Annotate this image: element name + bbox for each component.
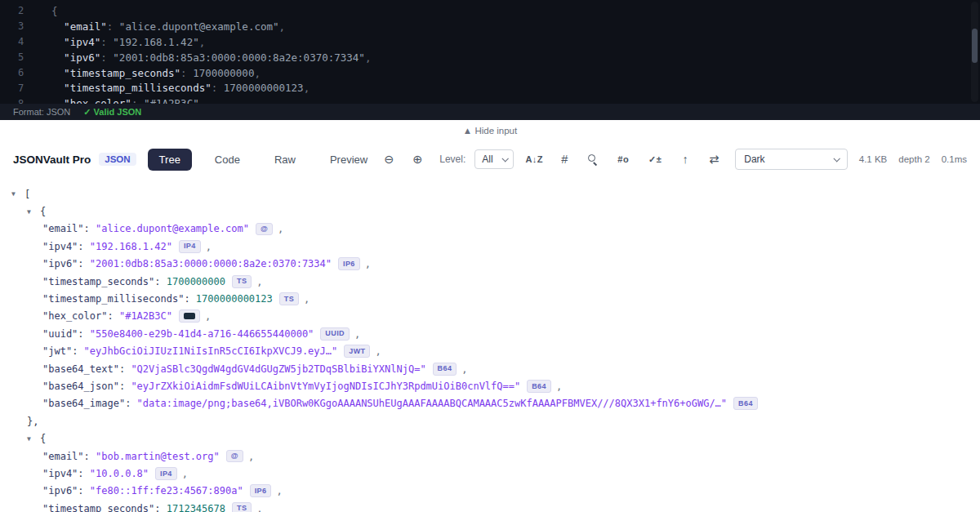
editor-scrollbar[interactable] (971, 2, 978, 102)
editor-token: , (254, 67, 261, 79)
validate-icon[interactable]: ✓± (644, 149, 666, 169)
editor-line: 7 "timestamp_milliseconds": 170000000012… (0, 80, 980, 96)
sort-az-icon[interactable]: A↓Z (523, 149, 546, 169)
tree-row: "email": "bob.martin@test.org"@, (0, 447, 980, 465)
editor-scrollbar-thumb[interactable] (972, 29, 978, 63)
editor-token: 1700000000 (193, 67, 254, 79)
status-bar: Format: JSON ✓ Valid JSON (0, 104, 980, 120)
tree-key: "ipv6" (42, 485, 78, 496)
tree-colon: : (84, 451, 96, 462)
tree-key: "base64_text" (42, 363, 119, 375)
tree-colon: : (78, 241, 89, 252)
tree-toggle-icon[interactable]: ▼ (27, 208, 40, 216)
tree-colon: : (78, 468, 89, 479)
editor-line: 2 { (0, 3, 980, 19)
tree-row: "timestamp_milliseconds": 1700000000123T… (0, 290, 980, 307)
editor-token: "timestamp_milliseconds" (39, 82, 212, 94)
tab-preview[interactable]: Preview (318, 149, 379, 171)
tree-row: "ipv4": "192.168.1.42"IP4, (0, 238, 980, 255)
color-swatch-badge (179, 309, 200, 323)
tree-row: "timestamp_seconds": 1700000000TS, (0, 273, 980, 290)
app-title: JSONVault Pro (13, 154, 91, 166)
editor-line-text: "ipv6": "2001:0db8:85a3:0000:0000:8a2e:0… (39, 51, 371, 64)
tree-key: "timestamp_seconds" (42, 503, 154, 512)
tree-comma: , (556, 381, 562, 392)
line-number: 8 (0, 98, 29, 104)
editor-token: , (304, 82, 310, 94)
size-stat: 4.1 KB (859, 154, 888, 164)
tree-key: "email" (42, 451, 84, 462)
editor-line: 6 "timestamp_seconds": 1700000000, (0, 65, 980, 81)
tree-row: "base64_text": "Q2VjaSBlc3QgdW4gdGV4dGUg… (0, 360, 980, 377)
tree-colon: : (119, 363, 131, 375)
type-badge-b64: B64 (527, 380, 551, 393)
tree-colon: : (78, 258, 89, 269)
tree-comma: , (256, 503, 262, 512)
tree-colon: : (184, 293, 195, 305)
tree-key: "base64_json" (42, 381, 119, 392)
tree-comma: , (256, 276, 262, 287)
hide-input-row: ▲ Hide input (0, 120, 980, 141)
line-number: 5 (0, 51, 29, 63)
hash-icon[interactable]: # (555, 149, 574, 169)
editor-line-text: "hex_color": "#1A2B3C", (39, 97, 205, 104)
editor-line-text: "email": "alice.dupont@example.com", (39, 20, 285, 33)
hide-input-toggle[interactable]: ▲ Hide input (463, 126, 517, 136)
editor-line-text: "timestamp_seconds": 1700000000, (39, 67, 261, 79)
editor-token: : (180, 67, 193, 79)
editor-line: 3 "email": "alice.dupont@example.com", (0, 19, 980, 34)
type-badge-at: @ (226, 450, 243, 463)
collapse-all-icon[interactable]: ⊖ (379, 149, 399, 169)
tree-key: "hex_color" (42, 310, 107, 322)
type-badge-ts: TS (279, 292, 299, 305)
tree-value-string: "bob.martin@test.org" (96, 451, 220, 462)
theme-select[interactable]: Dark (735, 149, 848, 170)
editor-line: 5 "ipv6": "2001:0db8:85a3:0000:0000:8a2e… (0, 50, 980, 65)
editor-line-text: "ipv4": "192.168.1.42", (39, 36, 205, 48)
type-badge-at: @ (256, 223, 273, 236)
editor-token: "#1A2B3C" (144, 97, 199, 104)
tab-raw[interactable]: Raw (263, 149, 307, 171)
line-number: 6 (0, 67, 29, 78)
tree-bracket: [ (24, 189, 30, 200)
tree-colon: : (78, 485, 89, 496)
tab-code[interactable]: Code (203, 149, 252, 171)
editor-token: : (131, 97, 144, 104)
editor-line-text: { (39, 5, 58, 17)
line-number: 4 (0, 36, 29, 47)
tree-comma: , (206, 241, 212, 252)
tree-toggle-icon[interactable]: ▼ (27, 435, 40, 443)
time-stat: 0.1ms (942, 154, 967, 164)
editor-line: 4 "ipv4": "192.168.1.42", (0, 34, 980, 50)
swap-icon[interactable]: ⇄ (704, 149, 724, 169)
search-icon[interactable] (583, 149, 603, 169)
tree-value-number: 1700000000123 (196, 293, 273, 305)
tree-row: "base64_json": "eyJrZXkiOiAidmFsdWUiLCAi… (0, 377, 980, 394)
tree-bracket: { (40, 433, 46, 444)
type-badge-uuid: UUID (320, 327, 350, 341)
tree-row: ▼{ (0, 203, 980, 220)
tree-key: "email" (42, 223, 84, 234)
editor-token: "timestamp_seconds" (39, 67, 180, 79)
expand-all-icon[interactable]: ⊕ (408, 149, 427, 169)
tree-comma: , (461, 363, 467, 375)
tree-value-string: "eyJhbGciOiJIUzI1NiIsInR5cCI6IkpXVCJ9.ey… (84, 345, 338, 357)
level-select[interactable]: All (474, 149, 514, 169)
type-badge-ip4: IP4 (155, 467, 177, 480)
json-input-editor[interactable]: 2 {3 "email": "alice.dupont@example.com"… (0, 0, 980, 104)
tree-key: "uuid" (42, 328, 78, 340)
tree-comma: , (248, 451, 254, 462)
tree-value-number: 1700000000 (167, 276, 225, 287)
tree-comma: , (354, 328, 360, 340)
tree-toggle-icon[interactable]: ▼ (11, 190, 24, 198)
valid-json-status: ✓ Valid JSON (83, 107, 141, 118)
arrow-up-icon[interactable]: ↑ (675, 149, 695, 169)
editor-token: "192.168.1.42" (113, 36, 198, 48)
format-badge: JSON (99, 153, 136, 166)
editor-token: "ipv6" (39, 51, 100, 64)
hash-index-icon[interactable]: #o (612, 149, 635, 169)
depth-stat: depth 2 (898, 154, 929, 164)
tree-comma: , (365, 258, 371, 269)
tab-tree[interactable]: Tree (148, 149, 192, 171)
type-badge-jwt: JWT (344, 345, 370, 358)
